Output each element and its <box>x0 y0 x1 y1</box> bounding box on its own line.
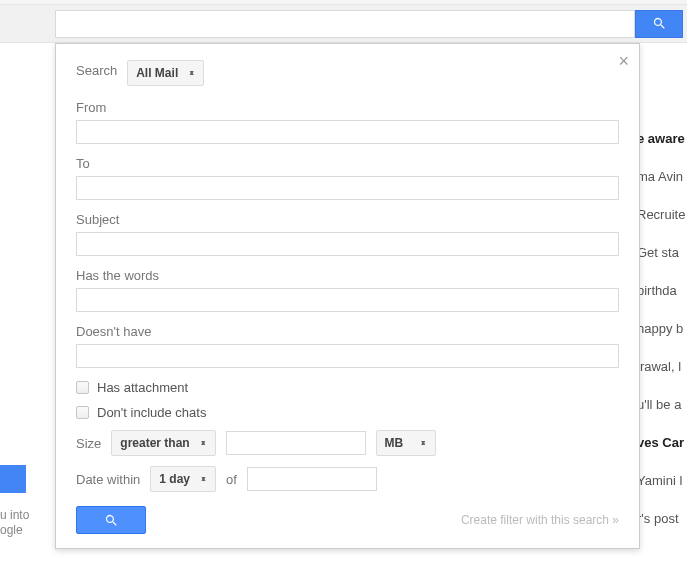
bg-snippet: u'll be a <box>637 386 687 424</box>
bg-snippet: Yamini l <box>637 462 687 500</box>
from-label: From <box>76 100 619 115</box>
bg-snippet: ma Avin <box>637 158 687 196</box>
has-attachment-label: Has attachment <box>97 380 188 395</box>
size-unit-dropdown[interactable]: MB ▲▼ <box>376 430 436 456</box>
background-mail-list: e aware ma Avin Recruite Get sta birthda… <box>637 120 687 538</box>
bg-snippet: Get sta <box>637 234 687 272</box>
dont-include-chats-checkbox[interactable] <box>76 406 89 419</box>
has-attachment-checkbox[interactable] <box>76 381 89 394</box>
left-text-partial: u into ogle <box>0 508 29 538</box>
date-value-input[interactable] <box>247 467 377 491</box>
date-of-label: of <box>226 472 237 487</box>
doesnt-have-input[interactable] <box>76 344 619 368</box>
date-range-dropdown[interactable]: 1 day ▲▼ <box>150 466 216 492</box>
size-label: Size <box>76 436 101 451</box>
bg-snippet: ves Car <box>637 424 687 462</box>
to-label: To <box>76 156 619 171</box>
search-scope-dropdown[interactable]: All Mail ▲▼ <box>127 60 204 86</box>
subject-label: Subject <box>76 212 619 227</box>
left-compose-partial[interactable] <box>0 465 26 493</box>
bg-snippet: r's post <box>637 500 687 538</box>
main-search-bar <box>0 5 687 43</box>
size-operator-dropdown[interactable]: greater than ▲▼ <box>111 430 215 456</box>
date-within-label: Date within <box>76 472 140 487</box>
dont-include-chats-label: Don't include chats <box>97 405 206 420</box>
search-scope-label: Search <box>76 63 117 78</box>
from-input[interactable] <box>76 120 619 144</box>
main-search-button[interactable] <box>635 10 683 38</box>
size-value-input[interactable] <box>226 431 366 455</box>
bg-snippet: Recruite <box>637 196 687 234</box>
has-words-label: Has the words <box>76 268 619 283</box>
main-search-input[interactable] <box>55 10 635 38</box>
doesnt-have-label: Doesn't have <box>76 324 619 339</box>
bg-snippet: e aware <box>637 120 687 158</box>
has-words-input[interactable] <box>76 288 619 312</box>
bg-snippet: happy b <box>637 310 687 348</box>
search-submit-button[interactable] <box>76 506 146 534</box>
advanced-search-panel: × Search All Mail ▲▼ From To Subject Has… <box>55 43 640 549</box>
to-input[interactable] <box>76 176 619 200</box>
search-icon <box>652 16 667 31</box>
bg-snippet: lrawal, l <box>637 348 687 386</box>
subject-input[interactable] <box>76 232 619 256</box>
bg-snippet: birthda <box>637 272 687 310</box>
create-filter-link[interactable]: Create filter with this search » <box>461 513 619 527</box>
search-icon <box>104 513 119 528</box>
close-button[interactable]: × <box>618 52 629 70</box>
